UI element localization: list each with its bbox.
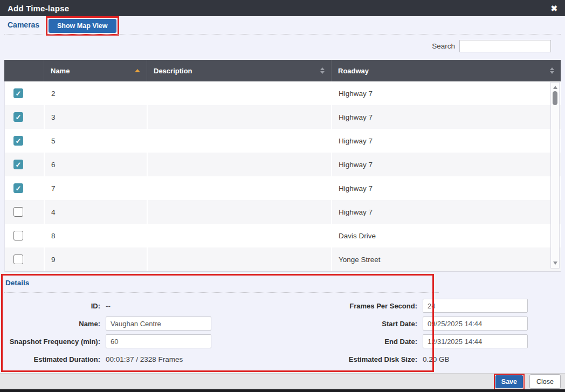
show-map-view-button[interactable]: Show Map View [49,19,116,33]
add-timelapse-dialog: Add Time-lapse ✖ Cameras Show Map View S… [0,0,565,392]
cell-roadway: Highway 7 [332,81,561,105]
form-row-frequency-enddate: Snapshot Frequency (min): End Date: [4,334,528,348]
estimated-disk-size-label: Estimated Disk Size: [212,355,423,363]
estimated-disk-size-value: 0.20 GB [423,355,528,363]
cell-description [148,224,332,247]
scrollbar-thumb[interactable] [553,91,557,105]
estimated-duration-value: 00:01:37 / 2328 Frames [106,355,212,363]
cell-description [148,153,332,176]
dialog-title-bar: Add Time-lapse ✖ [0,0,565,16]
cell-name: 4 [45,200,148,224]
table-row[interactable]: 2 Highway 7 [5,81,561,105]
sort-ascending-icon [135,69,140,72]
save-annotation: Save [494,374,525,390]
search-label: Search [432,42,455,50]
cell-roadway: Highway 7 [332,153,561,176]
start-date-input[interactable] [423,317,528,331]
row-checkbox[interactable] [13,255,23,264]
save-button[interactable]: Save [495,375,523,388]
tab-cameras[interactable]: Cameras [8,20,39,29]
page-background-strip [0,389,565,392]
end-date-label: End Date: [212,338,423,346]
cell-name: 7 [45,176,148,200]
table-row[interactable]: 9 Yonge Street [5,247,561,271]
cell-description [148,247,332,271]
table-scrollbar[interactable] [550,82,560,269]
row-checkbox[interactable] [13,231,23,240]
row-checkbox[interactable] [13,183,23,193]
cell-name: 9 [45,247,148,271]
frames-per-second-input[interactable] [423,299,528,313]
details-heading: Details [5,279,29,287]
table-row[interactable]: 5 Highway 7 [5,129,561,153]
dialog-title: Add Time-lapse [8,4,69,13]
table-row[interactable]: 4 Highway 7 [5,200,561,224]
cell-name: 8 [45,224,148,247]
cell-description [148,105,332,129]
cell-roadway: Highway 7 [332,105,561,129]
sort-unsorted-icon [550,67,554,74]
table-header-description[interactable]: Description [147,60,332,81]
row-checkbox[interactable] [13,112,23,122]
table-row[interactable]: 3 Highway 7 [5,105,561,129]
details-divider [4,292,439,293]
tabs-divider [4,34,561,35]
dialog-footer: Save Close [0,373,565,389]
close-button[interactable]: Close [529,374,561,389]
id-label: ID: [4,302,106,310]
close-icon[interactable]: ✖ [550,4,557,12]
table-body: 2 Highway 7 3 Highway 7 5 Highway 7 6 H [4,81,561,272]
table-header-roadway[interactable]: Roadway [332,60,561,81]
sort-unsorted-icon [320,67,325,74]
scroll-down-icon[interactable] [551,259,559,267]
cell-roadway: Highway 7 [332,200,561,224]
show-map-view-annotation: Show Map View [46,16,119,36]
cell-roadway: Highway 7 [332,176,561,200]
cell-description [148,129,332,153]
cell-roadway: Davis Drive [332,224,561,247]
row-checkbox[interactable] [13,160,23,169]
table-header-checkbox-column [4,60,44,81]
cell-roadway: Highway 7 [332,129,561,153]
cell-description [148,81,332,105]
frames-per-second-label: Frames Per Second: [212,302,423,310]
cell-name: 2 [45,81,148,105]
snapshot-frequency-input[interactable] [106,334,211,348]
row-checkbox[interactable] [13,136,23,146]
table-header-row: Name Description Roadway [4,60,561,81]
search-row: Search [432,40,551,52]
cell-name: 3 [45,105,148,129]
cell-name: 6 [45,153,148,176]
form-row-estimates: Estimated Duration: 00:01:37 / 2328 Fram… [4,352,528,366]
name-input[interactable] [106,317,211,331]
table-header-name[interactable]: Name [44,60,147,81]
cell-roadway: Yonge Street [332,247,561,271]
start-date-label: Start Date: [212,320,423,328]
cell-description [148,176,332,200]
form-row-id-fps: ID: -- Frames Per Second: [4,299,528,313]
table-row[interactable]: 6 Highway 7 [5,153,561,176]
snapshot-frequency-label: Snapshot Frequency (min): [4,338,106,346]
row-checkbox[interactable] [13,207,23,217]
end-date-input[interactable] [423,334,528,348]
scroll-up-icon[interactable] [551,84,559,91]
name-label: Name: [4,320,106,328]
row-checkbox[interactable] [13,88,23,98]
table-row[interactable]: 8 Davis Drive [5,224,561,247]
id-value: -- [106,302,212,310]
estimated-duration-label: Estimated Duration: [4,355,106,363]
search-input[interactable] [459,40,551,52]
form-row-name-startdate: Name: Start Date: [4,317,528,331]
cameras-table: Name Description Roadway 2 Highway 7 3 [4,60,561,272]
table-row[interactable]: 7 Highway 7 [5,176,561,200]
cell-name: 5 [45,129,148,153]
cell-description [148,200,332,224]
